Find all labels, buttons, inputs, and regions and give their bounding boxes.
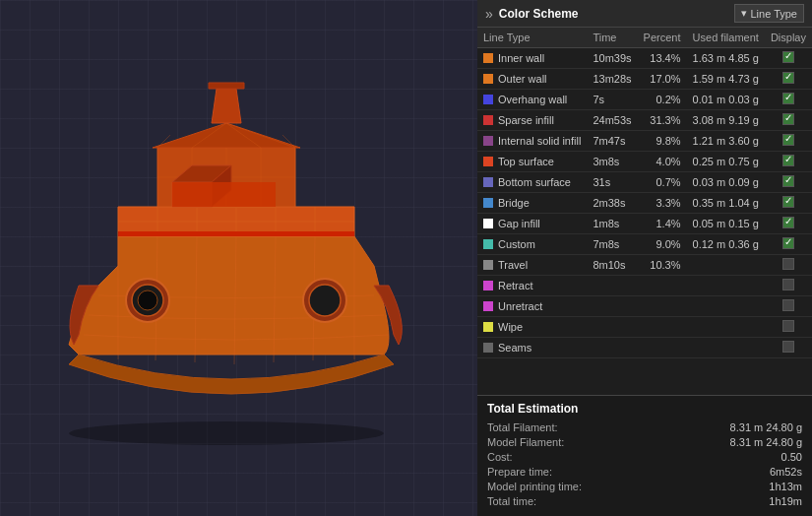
col-time: Time xyxy=(587,28,637,48)
svg-point-25 xyxy=(138,290,157,310)
estimation-label: Total time: xyxy=(487,495,536,507)
total-estimation: Total Estimation Total Filament: 8.31 m … xyxy=(477,395,812,516)
stats-table[interactable]: Line Type Time Percent Used filament Dis… xyxy=(477,28,812,395)
display-checkbox[interactable] xyxy=(782,72,794,84)
time-cell: 2m38s xyxy=(587,193,637,214)
estimation-label: Cost: xyxy=(487,451,513,463)
display-cell[interactable] xyxy=(765,193,812,214)
table-row: Sparse infill 24m53s31.3%3.08 m 9.19 g xyxy=(477,110,812,131)
table-row: Top surface 3m8s4.0%0.25 m 0.75 g xyxy=(477,152,812,172)
display-checkbox[interactable] xyxy=(782,134,794,146)
color-swatch xyxy=(483,219,493,228)
display-cell[interactable] xyxy=(765,131,812,152)
estimation-value: 8.31 m 24.80 g xyxy=(730,421,802,433)
color-swatch xyxy=(483,260,493,270)
estimation-label: Model Filament: xyxy=(487,436,564,448)
line-type-cell: Overhang wall xyxy=(477,90,587,110)
filament-cell xyxy=(687,276,765,296)
filament-cell: 0.01 m 0.03 g xyxy=(687,90,765,110)
3d-viewport[interactable] xyxy=(0,0,477,516)
display-cell[interactable] xyxy=(765,234,812,255)
table-row: Travel 8m10s10.3% xyxy=(477,255,812,276)
filament-cell: 0.05 m 0.15 g xyxy=(687,214,765,234)
display-cell[interactable] xyxy=(765,110,812,131)
svg-point-0 xyxy=(69,421,384,445)
display-checkbox-empty[interactable] xyxy=(782,258,794,270)
filament-cell xyxy=(687,255,765,276)
dropdown-icon: ▾ xyxy=(741,7,747,20)
3d-model xyxy=(20,49,453,463)
display-checkbox[interactable] xyxy=(782,196,794,208)
display-cell[interactable] xyxy=(765,338,812,358)
display-checkbox[interactable] xyxy=(782,93,794,104)
display-checkbox[interactable] xyxy=(782,51,794,63)
percent-cell xyxy=(638,296,687,317)
display-cell[interactable] xyxy=(765,48,812,69)
display-checkbox-empty[interactable] xyxy=(782,341,794,353)
table-row: Outer wall 13m28s17.0%1.59 m 4.73 g xyxy=(477,69,812,90)
panel-header: » Color Scheme ▾ Line Type xyxy=(477,0,812,28)
line-type-cell: Wipe xyxy=(477,317,587,338)
estimation-label: Total Filament: xyxy=(487,421,558,433)
display-checkbox[interactable] xyxy=(782,155,794,166)
color-swatch xyxy=(483,281,493,290)
display-cell[interactable] xyxy=(765,90,812,110)
display-checkbox-empty[interactable] xyxy=(782,279,794,290)
display-checkbox[interactable] xyxy=(782,217,794,228)
line-type-name: Outer wall xyxy=(498,73,547,85)
table-row: Internal solid infill 7m47s9.8%1.21 m 3.… xyxy=(477,131,812,152)
display-cell[interactable] xyxy=(765,152,812,172)
time-cell: 7m47s xyxy=(587,131,637,152)
line-type-cell: Outer wall xyxy=(477,69,587,90)
table-row: Wipe xyxy=(477,317,812,338)
filament-cell: 1.59 m 4.73 g xyxy=(687,69,765,90)
display-checkbox-empty[interactable] xyxy=(782,320,794,332)
color-swatch xyxy=(483,115,493,125)
time-cell xyxy=(587,317,637,338)
header-right[interactable]: ▾ Line Type xyxy=(734,4,804,23)
filament-cell xyxy=(687,296,765,317)
display-cell[interactable] xyxy=(765,296,812,317)
percent-cell: 13.4% xyxy=(638,48,687,69)
estimation-value: 1h13m xyxy=(769,481,802,492)
line-type-dropdown[interactable]: ▾ Line Type xyxy=(734,4,804,23)
color-swatch xyxy=(483,53,493,63)
display-checkbox-empty[interactable] xyxy=(782,299,794,311)
percent-cell xyxy=(638,276,687,296)
display-checkbox[interactable] xyxy=(782,113,794,125)
col-display: Display xyxy=(765,28,812,48)
estimation-rows: Total Filament: 8.31 m 24.80 g Model Fil… xyxy=(487,421,802,507)
estimation-row: Model printing time: 1h13m xyxy=(487,481,802,492)
table-body: Inner wall 10m39s13.4%1.63 m 4.85 g Oute… xyxy=(477,48,812,358)
table-row: Retract xyxy=(477,276,812,296)
display-cell[interactable] xyxy=(765,317,812,338)
percent-cell: 17.0% xyxy=(638,69,687,90)
display-cell[interactable] xyxy=(765,255,812,276)
estimation-value: 8.31 m 24.80 g xyxy=(730,436,802,448)
display-cell[interactable] xyxy=(765,172,812,193)
estimation-label: Model printing time: xyxy=(487,481,582,492)
estimation-title: Total Estimation xyxy=(487,402,802,416)
display-cell[interactable] xyxy=(765,276,812,296)
percent-cell: 3.3% xyxy=(638,193,687,214)
estimation-row: Cost: 0.50 xyxy=(487,451,802,463)
line-type-cell: Custom xyxy=(477,234,587,255)
display-cell[interactable] xyxy=(765,69,812,90)
line-type-cell: Seams xyxy=(477,338,587,358)
line-type-name: Bridge xyxy=(498,197,530,209)
color-swatch xyxy=(483,177,493,187)
col-used-filament: Used filament xyxy=(687,28,765,48)
time-cell xyxy=(587,296,637,317)
line-type-cell: Top surface xyxy=(477,152,587,172)
display-checkbox[interactable] xyxy=(782,237,794,249)
line-type-name: Seams xyxy=(498,342,531,354)
display-checkbox[interactable] xyxy=(782,175,794,187)
percent-cell: 9.0% xyxy=(638,234,687,255)
display-cell[interactable] xyxy=(765,214,812,234)
line-type-table: Line Type Time Percent Used filament Dis… xyxy=(477,28,812,358)
col-percent: Percent xyxy=(638,28,687,48)
filament-cell xyxy=(687,317,765,338)
line-type-name: Top surface xyxy=(498,156,554,167)
col-line-type: Line Type xyxy=(477,28,587,48)
filament-cell: 0.03 m 0.09 g xyxy=(687,172,765,193)
